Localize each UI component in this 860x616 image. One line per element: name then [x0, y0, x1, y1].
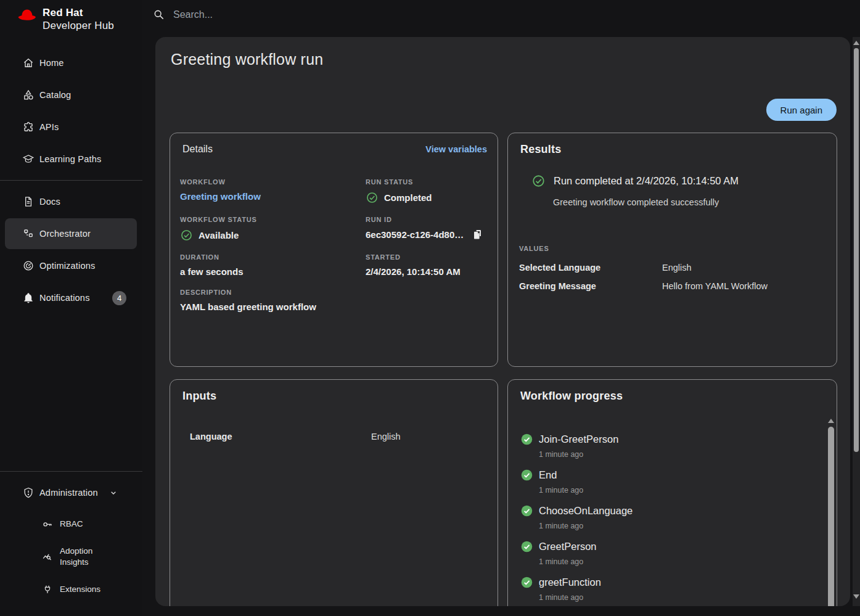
- home-icon: [22, 57, 35, 69]
- field-run-status: RUN STATUS Completed: [366, 178, 489, 204]
- sidebar-item-catalog[interactable]: Catalog: [0, 79, 142, 111]
- result-row-name: Greeting Message: [519, 281, 662, 291]
- run-id-value: 6ec30592-c126-4d80…: [366, 229, 464, 240]
- check-circle-filled-icon: [520, 540, 533, 553]
- workflow-step[interactable]: ChooseOnLanguage 1 minute ago: [520, 504, 816, 540]
- scroll-up-arrow-icon[interactable]: [828, 419, 834, 423]
- input-row-value: English: [371, 432, 485, 441]
- insights-chart-icon: [42, 551, 53, 562]
- sidebar-item-label: RBAC: [60, 519, 83, 530]
- results-card: Results Run completed at 2/4/2026, 10:14…: [507, 133, 837, 367]
- learning-paths-icon: [22, 153, 35, 165]
- page-title: Greeting workflow run: [171, 51, 323, 68]
- inputs-card: Inputs Language English: [170, 379, 498, 606]
- view-variables-link[interactable]: View variables: [425, 144, 487, 154]
- brand-line2: Developer Hub: [43, 20, 114, 32]
- sidebar-item-label: Catalog: [39, 90, 71, 100]
- catalog-icon: [22, 89, 35, 101]
- plug-icon: [42, 584, 53, 595]
- check-circle-outline-icon: [366, 191, 379, 204]
- shield-icon: [22, 487, 35, 499]
- result-row-value: Hello from YAML Workflow: [662, 281, 824, 291]
- run-completed-text: Run completed at 2/4/2026, 10:14:50 AM: [554, 175, 739, 187]
- field-label: DURATION: [180, 253, 366, 261]
- input-row-name: Language: [190, 432, 371, 441]
- search-icon: [153, 9, 165, 21]
- field-label: WORKFLOW STATUS: [180, 216, 366, 223]
- field-workflow: WORKFLOW Greeting workflow: [180, 178, 366, 204]
- run-status-value: Completed: [384, 192, 432, 203]
- check-circle-outline-icon: [180, 229, 193, 242]
- step-time: 1 minute ago: [539, 486, 583, 495]
- sidebar-item-apis[interactable]: APIs: [0, 111, 142, 143]
- check-circle-outline-icon: [531, 174, 546, 188]
- sidebar-item-rbac[interactable]: RBAC: [0, 509, 142, 540]
- workflow-step[interactable]: Join-GreetPerson 1 minute ago: [520, 433, 816, 469]
- field-label: RUN STATUS: [366, 178, 489, 186]
- workflow-step[interactable]: greetFunction 1 minute ago: [520, 576, 816, 606]
- sidebar-divider: [0, 180, 142, 181]
- sidebar-item-home[interactable]: Home: [0, 47, 142, 79]
- notifications-bell-icon: [22, 292, 35, 304]
- field-label: DESCRIPTION: [180, 289, 366, 296]
- workflow-step[interactable]: End 1 minute ago: [520, 469, 816, 504]
- check-circle-filled-icon: [520, 576, 533, 589]
- scrollbar-thumb[interactable]: [854, 48, 859, 452]
- scrollbar-thumb[interactable]: [828, 427, 834, 606]
- sidebar-item-label: Optimizations: [39, 261, 95, 271]
- sidebar-item-label: Home: [39, 58, 63, 68]
- notifications-badge: 4: [112, 291, 126, 305]
- sidebar-item-label: Learning Paths: [39, 154, 101, 164]
- workflow-step[interactable]: GreetPerson 1 minute ago: [520, 540, 816, 576]
- workflow-progress-scrollbar[interactable]: [828, 419, 835, 606]
- field-label: RUN ID: [366, 216, 489, 223]
- key-icon: [42, 519, 53, 530]
- sidebar-item-administration[interactable]: Administration: [0, 477, 142, 509]
- apis-icon: [22, 121, 35, 133]
- results-title: Results: [520, 143, 561, 156]
- inputs-title: Inputs: [182, 390, 216, 403]
- sidebar-item-label: Insights: [60, 557, 89, 567]
- app-logo[interactable]: Red Hat Developer Hub: [0, 0, 142, 32]
- sidebar-item-extensions[interactable]: Extensions: [0, 574, 142, 605]
- scroll-up-arrow-icon[interactable]: [853, 41, 859, 45]
- step-time: 1 minute ago: [539, 522, 583, 530]
- main-panel: Greeting workflow run Run again Details …: [155, 37, 850, 606]
- step-name: greetFunction: [539, 577, 601, 588]
- brand-line1: Red Hat: [43, 7, 114, 19]
- values-label: VALUES: [519, 245, 549, 252]
- details-card: Details View variables WORKFLOW Greeting…: [170, 133, 498, 367]
- details-title: Details: [182, 144, 213, 155]
- step-name: Join-GreetPerson: [539, 433, 618, 445]
- sidebar-item-optimizations[interactable]: Optimizations: [0, 250, 142, 282]
- workflow-status-value: Available: [199, 230, 239, 240]
- step-time: 1 minute ago: [539, 557, 583, 566]
- copy-icon[interactable]: [472, 229, 484, 240]
- run-again-button[interactable]: Run again: [766, 99, 837, 121]
- sidebar-item-adoption-insights[interactable]: Adoption Insights: [0, 540, 142, 574]
- workflow-progress-title: Workflow progress: [520, 390, 623, 403]
- orchestrator-icon: [22, 228, 35, 240]
- page-scrollbar[interactable]: [853, 37, 860, 606]
- field-duration: DURATION a few seconds: [180, 253, 366, 277]
- started-value: 2/4/2026, 10:14:50 AM: [366, 266, 489, 277]
- sidebar-item-notifications[interactable]: Notifications 4: [0, 282, 142, 314]
- top-bar: [142, 0, 860, 37]
- scroll-down-arrow-icon[interactable]: [853, 594, 859, 599]
- redhat-fedora-icon: [17, 7, 37, 23]
- duration-value: a few seconds: [180, 266, 366, 277]
- field-label: WORKFLOW: [180, 178, 366, 186]
- search-input[interactable]: [173, 9, 666, 20]
- field-started: STARTED 2/4/2026, 10:14:50 AM: [366, 253, 489, 277]
- step-time: 1 minute ago: [539, 450, 583, 459]
- sidebar-item-learning-paths[interactable]: Learning Paths: [0, 143, 142, 175]
- optimizations-icon: [22, 260, 35, 272]
- step-time: 1 minute ago: [539, 593, 583, 602]
- result-row-name: Selected Language: [519, 263, 662, 273]
- sidebar-item-docs[interactable]: Docs: [0, 186, 142, 218]
- field-run-id: RUN ID 6ec30592-c126-4d80…: [366, 216, 489, 242]
- sidebar-item-orchestrator[interactable]: Orchestrator: [0, 218, 142, 250]
- docs-icon: [22, 195, 35, 208]
- workflow-link[interactable]: Greeting workflow: [180, 191, 261, 202]
- step-name: GreetPerson: [539, 541, 597, 552]
